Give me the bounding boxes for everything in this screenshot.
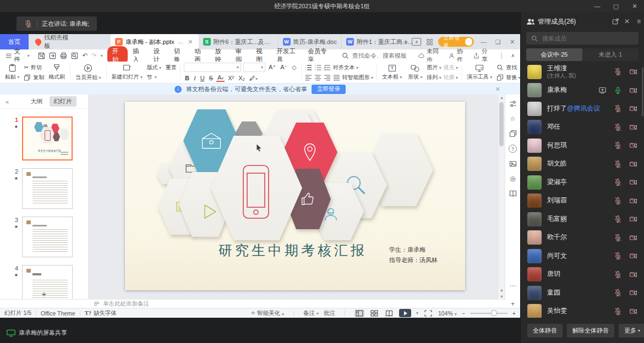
font-color-button[interactable]: A▾ xyxy=(216,74,225,82)
textbox-button[interactable]: 文本框 ▾ xyxy=(380,63,403,82)
apps-grid-icon[interactable] xyxy=(427,38,433,46)
navigation-icon[interactable]: ◎ xyxy=(509,175,517,182)
save-icon[interactable] xyxy=(38,52,45,59)
member-search[interactable] xyxy=(526,32,638,45)
bold-button[interactable]: B xyxy=(184,75,190,81)
member-row[interactable]: 王维潼 (主持人, 我) xyxy=(521,63,644,81)
reset-button[interactable]: 重置 xyxy=(166,64,177,71)
wps-close-button[interactable]: ✕ xyxy=(508,38,517,46)
play-from-current-button[interactable]: 当页开始 ▾ xyxy=(74,63,102,82)
collapse-panel-icon[interactable]: « xyxy=(0,98,14,105)
minimize-button[interactable]: — xyxy=(588,0,607,12)
zoom-out-button[interactable]: − xyxy=(462,310,465,317)
layout-button[interactable]: 版式 ▾ xyxy=(147,64,161,71)
member-row[interactable]: 童园 xyxy=(521,284,644,302)
member-search-input[interactable] xyxy=(541,35,626,42)
camera-off-icon[interactable] xyxy=(629,123,637,131)
reading-view-icon[interactable] xyxy=(384,309,394,317)
play-options-icon[interactable]: ▾ xyxy=(416,311,418,316)
slide-title[interactable]: 研究生中期考核汇报 xyxy=(213,241,373,259)
bullet-list-icon[interactable] xyxy=(305,64,312,71)
new-tab-button[interactable]: + xyxy=(400,34,412,49)
member-row[interactable]: 吴怡雯 xyxy=(521,302,644,318)
slide-thumbnail-2[interactable]: 2★ xyxy=(0,168,88,209)
camera-off-icon[interactable] xyxy=(629,215,637,223)
tab-close-icon[interactable]: ✕ xyxy=(187,38,194,46)
mic-muted-icon[interactable] xyxy=(614,215,622,223)
output-icon[interactable] xyxy=(49,52,56,59)
popout-panel-icon[interactable] xyxy=(612,18,619,25)
mic-muted-icon[interactable] xyxy=(614,252,622,260)
numbered-list-icon[interactable] xyxy=(314,64,321,71)
paste-button[interactable]: 粘贴 ▾ xyxy=(3,63,21,82)
notes-bar[interactable]: 单击此处添加备注 xyxy=(0,299,505,308)
mic-muted-icon[interactable] xyxy=(614,234,622,242)
beautify-button[interactable]: ✧ 智能美化 ▴ xyxy=(250,309,284,317)
member-list[interactable]: 王维潼 (主持人, 我) 康承梅 xyxy=(521,63,644,318)
add-tool-icon[interactable]: + xyxy=(511,300,515,308)
command-search-input[interactable] xyxy=(351,52,418,59)
cut-button[interactable]: ✂剪切 xyxy=(24,64,44,71)
member-row[interactable]: 康承梅 xyxy=(521,81,644,100)
wps-minimize-button[interactable]: — xyxy=(479,38,488,45)
member-row[interactable]: 梁淑亭 xyxy=(521,173,644,192)
properties-sliders-icon[interactable] xyxy=(509,100,517,108)
slide-canvas[interactable]: 研究生中期考核汇报 学生：康承梅 指导老师：汤凤林 xyxy=(88,95,498,300)
member-row[interactable]: 毛富丽 xyxy=(521,210,644,229)
maximize-button[interactable]: ▢ xyxy=(607,0,625,12)
slide-sorter-icon[interactable] xyxy=(369,309,379,317)
slide-credits[interactable]: 学生：康承梅 指导老师：汤凤林 xyxy=(389,245,438,266)
camera-off-icon[interactable] xyxy=(629,197,637,205)
wps-restore-button[interactable]: ❏ xyxy=(494,38,503,46)
camera-off-icon[interactable] xyxy=(629,252,637,260)
zoom-slider[interactable] xyxy=(470,313,507,314)
normal-view-icon[interactable] xyxy=(354,309,364,317)
backup-login-button[interactable]: 立即登录 xyxy=(312,85,346,94)
notes-toggle[interactable]: 备注 ▾ xyxy=(303,309,319,317)
member-row[interactable]: 尚可文 xyxy=(521,247,644,265)
help-icon[interactable]: ? xyxy=(509,145,517,153)
camera-off-icon[interactable] xyxy=(629,86,637,95)
camera-off-icon[interactable] xyxy=(629,68,637,76)
new-slide-button[interactable]: 新建幻灯片 ▾ xyxy=(110,63,144,82)
member-row[interactable]: 刘瑞霞 xyxy=(521,192,644,211)
sharing-screen-icon[interactable] xyxy=(598,86,607,95)
member-list-scrollbar[interactable] xyxy=(642,67,643,117)
underline-button[interactable]: U xyxy=(199,75,206,81)
mic-muted-icon[interactable] xyxy=(614,160,622,168)
mic-muted-icon[interactable] xyxy=(614,289,622,297)
mic-on-icon[interactable] xyxy=(614,86,622,95)
window-switch-icon[interactable]: 4 xyxy=(412,38,421,46)
to-smartart-button[interactable]: 转智能图形 ▾ xyxy=(342,74,373,81)
camera-off-icon[interactable] xyxy=(629,270,637,279)
align-left-icon[interactable] xyxy=(305,74,312,81)
popup-window-icon[interactable] xyxy=(509,130,517,137)
arrange-button[interactable]: 排列 ▾ xyxy=(427,74,441,81)
mic-muted-icon[interactable] xyxy=(614,141,622,150)
find-button[interactable]: 查找 xyxy=(496,64,520,71)
missing-font-label[interactable]: 缺失字体 xyxy=(94,309,117,317)
more-menu-icon[interactable]: ⋮ xyxy=(498,52,504,59)
tab-outline[interactable]: 大纲 xyxy=(26,96,47,107)
copy-button[interactable]: 复制 xyxy=(24,74,44,81)
shapes-button[interactable]: 形状 ▾ xyxy=(406,63,424,82)
member-row[interactable]: 打烊了@腾讯会议 xyxy=(521,99,644,118)
mic-muted-icon[interactable] xyxy=(614,178,622,186)
panel-menu-icon[interactable]: ≡ xyxy=(637,18,641,25)
align-text-button[interactable]: 对齐文本 ▾ xyxy=(333,64,358,71)
slide-thumbnail-1[interactable]: 1★ 研究生中期考核汇报 xyxy=(0,117,88,161)
font-name-select[interactable]: ▾ xyxy=(184,63,241,72)
camera-off-icon[interactable] xyxy=(629,141,637,150)
camera-off-icon[interactable] xyxy=(629,234,637,242)
section-button[interactable]: 节 ▾ xyxy=(147,74,177,81)
fill-button[interactable]: 填充 ▾ xyxy=(444,64,458,71)
slide-editing-area[interactable]: 研究生中期考核汇报 学生：康承梅 指导老师：汤凤林 xyxy=(125,102,465,290)
wps-template-store-tab[interactable]: 找稻壳模板 xyxy=(29,34,79,49)
subscript-button[interactable]: X₂ xyxy=(237,75,246,81)
tab-comment-icon[interactable]: ⌓ xyxy=(177,38,184,46)
justify-icon[interactable] xyxy=(333,74,340,81)
member-row[interactable]: 欧千尔 xyxy=(521,229,644,247)
close-button[interactable]: ✕ xyxy=(625,0,644,12)
grow-font-button[interactable]: A⁺ xyxy=(268,64,277,71)
slideshow-play-button[interactable] xyxy=(399,309,411,317)
